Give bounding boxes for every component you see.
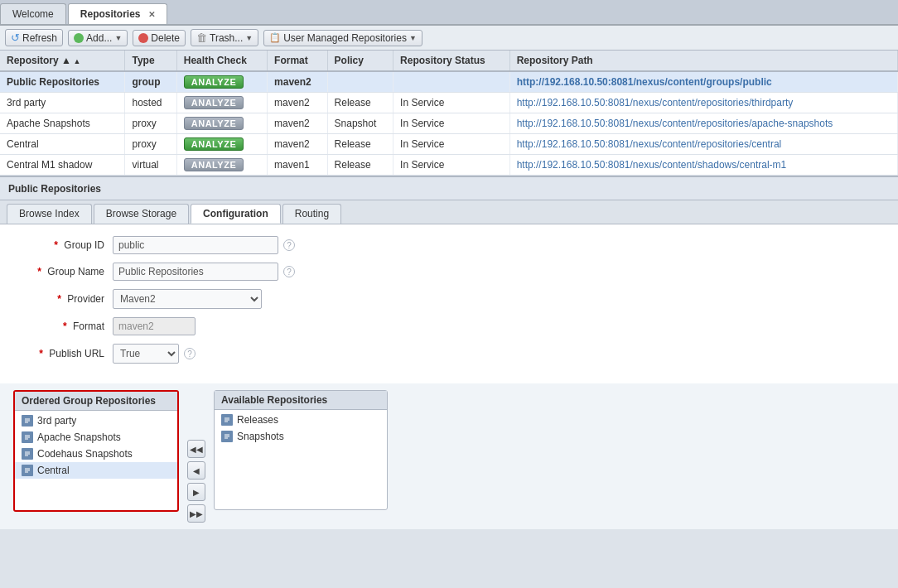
tab-browse-index[interactable]: Browse Index — [7, 204, 92, 224]
cell-status — [393, 71, 510, 93]
cell-name: Central M1 shadow — [0, 155, 125, 176]
cell-policy: Snapshot — [327, 113, 393, 134]
available-repos-box: Available Repositories Releases Snapshot… — [214, 390, 388, 510]
table-row[interactable]: Central M1 shadow virtual ANALYZE maven1… — [0, 155, 898, 176]
col-repository[interactable]: Repository ▲ — [0, 51, 125, 71]
repository-table: Repository ▲ Type Health Check Format Po… — [0, 51, 898, 176]
tab-configuration[interactable]: Configuration — [191, 204, 281, 224]
repo-item-label: Apache Snapshots — [37, 431, 121, 443]
cell-path: http://192.168.10.50:8081/nexus/content/… — [509, 155, 897, 176]
cell-format: maven1 — [268, 155, 327, 176]
delete-button[interactable]: Delete — [133, 30, 186, 46]
group-id-help-icon[interactable]: ? — [283, 239, 295, 251]
repo-item-icon — [221, 414, 233, 426]
ordered-repos-header: Ordered Group Repositories — [15, 392, 177, 411]
repo-item-label: Releases — [237, 414, 278, 426]
cell-name: 3rd party — [0, 93, 125, 113]
table-row[interactable]: 3rd party hosted ANALYZE maven2 Release … — [0, 93, 898, 113]
provider-select[interactable]: Maven2 — [113, 289, 262, 309]
ordered-repo-item[interactable]: 3rd party — [15, 412, 177, 429]
publish-url-help-icon[interactable]: ? — [184, 348, 196, 359]
group-name-input[interactable] — [113, 263, 278, 281]
cell-type: group — [125, 71, 176, 93]
tab-repositories[interactable]: Repositories ✕ — [68, 3, 167, 24]
cell-format: maven2 — [268, 134, 327, 155]
cell-health-check: ANALYZE — [176, 113, 267, 134]
repo-item-icon — [22, 448, 33, 460]
cell-path: http://192.168.10.50:8081/nexus/content/… — [509, 71, 897, 93]
analyze-button[interactable]: ANALYZE — [184, 137, 244, 151]
move-all-right-button[interactable]: ▶▶ — [187, 504, 205, 523]
available-repos-header: Available Repositories — [215, 391, 387, 410]
cell-format: maven2 — [268, 93, 327, 113]
repo-path-link[interactable]: http://192.168.10.50:8081/nexus/content/… — [517, 159, 787, 171]
add-button[interactable]: Add... ▼ — [68, 30, 128, 46]
refresh-button[interactable]: ↺ Refresh — [5, 29, 63, 46]
publish-url-select[interactable]: TrueFalse — [113, 344, 179, 364]
available-repo-item[interactable]: Snapshots — [215, 428, 387, 445]
trash-button[interactable]: 🗑 Trash... ▼ — [191, 29, 258, 46]
col-repository-path[interactable]: Repository Path — [509, 51, 897, 71]
col-health-check[interactable]: Health Check — [176, 51, 267, 71]
tab-welcome[interactable]: Welcome — [0, 3, 66, 24]
repo-item-icon — [22, 431, 33, 443]
cell-path: http://192.168.10.50:8081/nexus/content/… — [509, 113, 897, 134]
provider-label: * Provider — [13, 293, 113, 305]
repo-path-link[interactable]: http://192.168.10.50:8081/nexus/content/… — [517, 97, 794, 108]
cell-format: maven2 — [268, 113, 327, 134]
tab-close-icon[interactable]: ✕ — [148, 10, 155, 19]
cell-status: In Service — [393, 113, 510, 134]
col-repository-status[interactable]: Repository Status — [393, 51, 510, 71]
toolbar: ↺ Refresh Add... ▼ Delete 🗑 Trash... ▼ 📋… — [0, 26, 898, 51]
cell-type: virtual — [125, 155, 176, 176]
available-repo-item[interactable]: Releases — [215, 412, 387, 428]
cell-type: hosted — [125, 93, 176, 113]
analyze-button[interactable]: ANALYZE — [184, 158, 244, 171]
form-row-group-name: * Group Name ? — [13, 263, 885, 281]
cell-policy: Release — [327, 155, 393, 176]
group-id-input[interactable] — [113, 236, 278, 254]
ordered-repo-item[interactable]: Codehaus Snapshots — [15, 446, 177, 462]
user-managed-button[interactable]: 📋 User Managed Repositories ▼ — [263, 30, 422, 46]
add-icon — [74, 33, 84, 43]
tab-browse-storage[interactable]: Browse Storage — [94, 204, 189, 224]
cell-policy: Release — [327, 134, 393, 155]
tab-routing[interactable]: Routing — [282, 204, 341, 224]
cell-health-check: ANALYZE — [176, 71, 267, 93]
move-all-left-button[interactable]: ◀◀ — [187, 440, 205, 458]
cell-name: Apache Snapshots — [0, 113, 125, 134]
cell-policy: Release — [327, 93, 393, 113]
form-row-group-id: * Group ID ? — [13, 236, 885, 254]
detail-area: Public Repositories Browse Index Browse … — [0, 176, 898, 529]
repo-item-label: Snapshots — [237, 431, 284, 442]
repo-path-link[interactable]: http://192.168.10.50:8081/nexus/content/… — [517, 138, 782, 150]
table-row[interactable]: Central proxy ANALYZE maven2 Release In … — [0, 134, 898, 155]
form-area: * Group ID ? * Group Name ? * Provider M… — [0, 224, 898, 383]
detail-tabs: Browse Index Browse Storage Configuratio… — [0, 200, 898, 224]
group-name-help-icon[interactable]: ? — [283, 266, 295, 277]
analyze-button[interactable]: ANALYZE — [184, 75, 244, 89]
form-row-format: * Format — [13, 317, 885, 335]
table-row[interactable]: Public Repositories group ANALYZE maven2… — [0, 71, 898, 93]
repo-item-icon — [22, 465, 33, 476]
trash-icon: 🗑 — [196, 31, 207, 44]
table-header-row: Repository ▲ Type Health Check Format Po… — [0, 51, 898, 71]
cell-type: proxy — [125, 134, 176, 155]
ordered-repo-item[interactable]: Apache Snapshots — [15, 429, 177, 446]
table-row[interactable]: Apache Snapshots proxy ANALYZE maven2 Sn… — [0, 113, 898, 134]
analyze-button[interactable]: ANALYZE — [184, 117, 244, 130]
repo-path-link[interactable]: http://192.168.10.50:8081/nexus/content/… — [517, 118, 833, 129]
cell-format: maven2 — [268, 71, 327, 93]
col-policy[interactable]: Policy — [327, 51, 393, 71]
user-managed-icon: 📋 — [269, 32, 281, 43]
cell-health-check: ANALYZE — [176, 134, 267, 155]
col-type[interactable]: Type — [125, 51, 176, 71]
move-right-button[interactable]: ▶ — [187, 483, 205, 501]
col-format[interactable]: Format — [268, 51, 327, 71]
trash-dropdown-icon: ▼ — [245, 34, 253, 42]
analyze-button[interactable]: ANALYZE — [184, 96, 244, 109]
move-left-button[interactable]: ◀ — [187, 461, 205, 480]
ordered-repo-item[interactable]: Central — [15, 462, 177, 479]
repo-path-link[interactable]: http://192.168.10.50:8081/nexus/content/… — [517, 76, 772, 88]
repos-section: Ordered Group Repositories 3rd party Apa… — [0, 383, 898, 529]
